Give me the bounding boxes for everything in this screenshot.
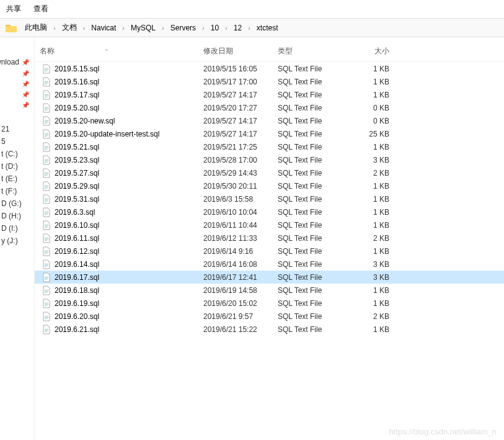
file-row[interactable]: 2019.5.20-new.sql2019/5/27 14:17SQL Text… xyxy=(35,114,504,127)
sidebar-drive-item[interactable]: t (F:) xyxy=(0,185,34,197)
file-date-cell: 2019/6/14 16:08 xyxy=(198,260,273,269)
svg-rect-42 xyxy=(45,251,48,251)
sql-file-icon xyxy=(42,259,51,269)
sql-file-icon xyxy=(42,299,51,308)
file-row[interactable]: 2019.6.12.sql2019/6/14 9:16SQL Text File… xyxy=(35,245,504,258)
svg-rect-62 xyxy=(45,331,47,332)
file-date-cell: 2019/5/17 17:00 xyxy=(198,78,273,86)
file-list-area: 名称 ⌃ 修改日期 类型 大小 2019.5.15.sql2019/5/15 1… xyxy=(35,37,504,440)
sidebar-quick-item[interactable]: 📌 xyxy=(0,68,34,79)
sidebar-drive-item[interactable]: t (C:) xyxy=(0,148,34,160)
file-size-cell: 3 KB xyxy=(347,260,397,269)
svg-rect-60 xyxy=(45,329,48,330)
sidebar-item-label: wnload xyxy=(0,58,19,66)
sidebar-drive-item[interactable]: D (H:) xyxy=(0,210,34,222)
menu-view[interactable]: 查看 xyxy=(33,4,48,14)
svg-rect-48 xyxy=(45,277,48,277)
svg-rect-3 xyxy=(45,81,48,82)
file-type-cell: SQL Text File xyxy=(273,182,347,191)
breadcrumb-separator-icon: › xyxy=(162,24,164,32)
file-row[interactable]: 2019.5.27.sql2019/5/29 14:43SQL Text Fil… xyxy=(35,166,504,179)
file-row[interactable]: 2019.5.20.sql2019/5/20 17:27SQL Text Fil… xyxy=(35,101,504,114)
svg-rect-9 xyxy=(45,107,48,108)
file-row[interactable]: 2019.6.21.sql2019/6/21 15:22SQL Text Fil… xyxy=(35,323,504,336)
file-name-cell: 2019.5.20.sql xyxy=(35,103,198,113)
breadcrumb[interactable]: 此电脑›文档›Navicat›MySQL›Servers›10›12›xtcte… xyxy=(22,21,499,34)
file-size-cell: 1 KB xyxy=(347,91,397,99)
file-date-cell: 2019/5/20 17:27 xyxy=(198,104,273,112)
file-row[interactable]: 2019.6.3.sql2019/6/10 10:04SQL Text File… xyxy=(35,205,504,218)
sidebar-drive-item[interactable]: 5 xyxy=(0,135,34,148)
column-size-header[interactable]: 大小 xyxy=(347,46,397,56)
file-name-label: 2019.6.11.sql xyxy=(55,234,99,243)
column-type-header[interactable]: 类型 xyxy=(273,46,347,56)
column-name-header[interactable]: 名称 ⌃ xyxy=(35,46,198,56)
file-row[interactable]: 2019.5.20-update-insert-test.sql2019/5/2… xyxy=(35,127,504,140)
file-row[interactable]: 2019.5.29.sql2019/5/30 20:11SQL Text Fil… xyxy=(35,179,504,192)
file-type-cell: SQL Text File xyxy=(273,65,347,73)
sidebar-drive-item[interactable]: D (G:) xyxy=(0,197,34,210)
breadcrumb-item[interactable]: 10 xyxy=(208,22,221,34)
pin-icon: 📌 xyxy=(22,102,29,109)
breadcrumb-item[interactable]: xtctest xyxy=(254,22,281,34)
sql-file-icon xyxy=(42,312,51,321)
file-row[interactable]: 2019.6.17.sql2019/6/17 12:41SQL Text Fil… xyxy=(35,271,504,284)
file-name-cell: 2019.6.14.sql xyxy=(35,259,198,269)
sidebar-drive-item[interactable]: 21 xyxy=(0,123,34,135)
file-size-cell: 1 KB xyxy=(347,325,397,334)
svg-rect-37 xyxy=(45,226,48,227)
breadcrumb-item[interactable]: MySQL xyxy=(128,22,158,34)
breadcrumb-item[interactable]: 12 xyxy=(231,22,244,34)
file-type-cell: SQL Text File xyxy=(273,208,347,217)
file-row[interactable]: 2019.5.23.sql2019/5/28 17:00SQL Text Fil… xyxy=(35,153,504,166)
sidebar-drive-item[interactable]: t (D:) xyxy=(0,160,34,173)
file-row[interactable]: 2019.6.20.sql2019/6/21 9:57SQL Text File… xyxy=(35,310,504,323)
file-row[interactable]: 2019.6.14.sql2019/6/14 16:08SQL Text Fil… xyxy=(35,258,504,271)
file-date-cell: 2019/5/28 17:00 xyxy=(198,156,273,164)
sidebar-quick-item[interactable]: wnload📌 xyxy=(0,56,34,68)
sql-file-icon xyxy=(42,207,51,217)
file-size-cell: 2 KB xyxy=(347,234,397,243)
sql-file-icon xyxy=(42,325,51,334)
file-date-cell: 2019/5/30 20:11 xyxy=(198,182,273,191)
file-row[interactable]: 2019.5.16.sql2019/5/17 17:00SQL Text Fil… xyxy=(35,75,504,88)
file-row[interactable]: 2019.5.31.sql2019/6/3 15:58SQL Text File… xyxy=(35,192,504,205)
file-date-cell: 2019/6/3 15:58 xyxy=(198,195,273,204)
svg-rect-51 xyxy=(45,290,48,290)
sql-file-icon xyxy=(42,64,51,74)
svg-rect-44 xyxy=(45,253,47,254)
sidebar-drive-item[interactable]: y (J:) xyxy=(0,235,34,247)
svg-rect-59 xyxy=(45,318,47,319)
svg-rect-27 xyxy=(45,186,48,186)
svg-rect-17 xyxy=(45,136,47,137)
sql-file-icon xyxy=(42,129,51,139)
breadcrumb-item[interactable]: 此电脑 xyxy=(22,21,50,34)
sidebar-drive-item[interactable]: t (E:) xyxy=(0,173,34,185)
sidebar-drive-item[interactable]: D (I:) xyxy=(0,222,34,235)
file-row[interactable]: 2019.5.21.sql2019/5/21 17:25SQL Text Fil… xyxy=(35,140,504,153)
menu-share[interactable]: 共享 xyxy=(6,4,21,14)
sql-file-icon xyxy=(42,116,51,126)
file-date-cell: 2019/6/10 10:04 xyxy=(198,208,273,217)
file-row[interactable]: 2019.6.19.sql2019/6/20 15:02SQL Text Fil… xyxy=(35,297,504,310)
file-row[interactable]: 2019.5.15.sql2019/5/15 16:05SQL Text Fil… xyxy=(35,62,504,75)
breadcrumb-item[interactable]: Servers xyxy=(168,22,198,34)
file-row[interactable]: 2019.5.17.sql2019/5/27 14:17SQL Text Fil… xyxy=(35,88,504,101)
file-row[interactable]: 2019.6.10.sql2019/6/11 10:44SQL Text Fil… xyxy=(35,218,504,231)
svg-rect-6 xyxy=(45,94,48,95)
sql-file-icon xyxy=(42,90,51,100)
file-row[interactable]: 2019.6.18.sql2019/6/19 14:58SQL Text Fil… xyxy=(35,284,504,297)
sidebar-quick-item[interactable]: 📌 xyxy=(0,100,34,110)
breadcrumb-item[interactable]: 文档 xyxy=(60,21,79,34)
file-type-cell: SQL Text File xyxy=(273,260,347,269)
svg-rect-35 xyxy=(45,214,47,215)
breadcrumb-item[interactable]: Navicat xyxy=(89,22,118,34)
file-size-cell: 1 KB xyxy=(347,78,397,86)
svg-rect-34 xyxy=(45,213,48,213)
sidebar-quick-item[interactable]: 📌 xyxy=(0,89,34,100)
file-type-cell: SQL Text File xyxy=(273,195,347,204)
sidebar-quick-item[interactable]: 📌 xyxy=(0,79,34,89)
file-type-cell: SQL Text File xyxy=(273,78,347,86)
file-row[interactable]: 2019.6.11.sql2019/6/12 11:33SQL Text Fil… xyxy=(35,231,504,245)
column-date-header[interactable]: 修改日期 xyxy=(198,46,273,56)
